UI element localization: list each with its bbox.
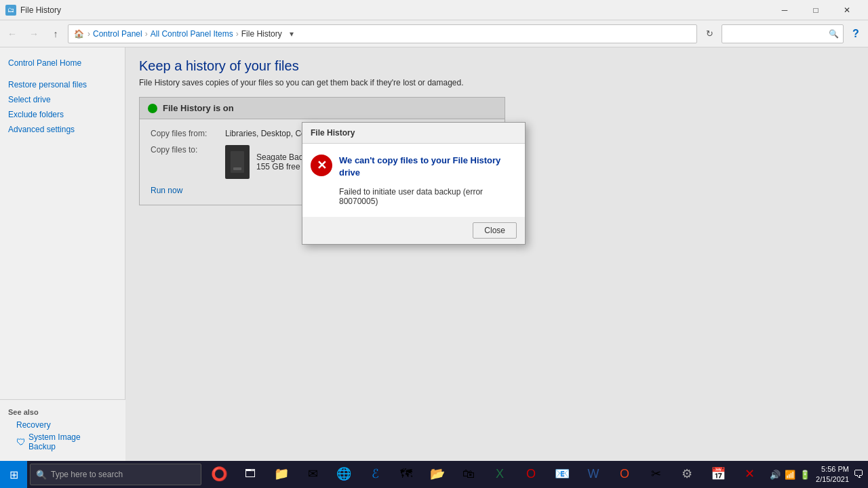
- taskbar: ⊞ 🔍 Type here to search ⭕ 🗔 📁 ✉ 🌐 ℰ 🗺 📂 …: [0, 461, 868, 488]
- dialog-footer: Close: [302, 217, 525, 244]
- search-icon: 🔍: [829, 29, 839, 39]
- system-image-backup-label: System Image Backup: [28, 432, 109, 451]
- taskbar-app-word[interactable]: W: [578, 461, 608, 488]
- clock-time: 5:56 PM: [816, 464, 849, 474]
- start-button[interactable]: ⊞: [0, 461, 27, 488]
- refresh-button[interactable]: ↻: [700, 24, 719, 43]
- up-button[interactable]: ↑: [46, 24, 65, 43]
- taskbar-search-icon: 🔍: [36, 470, 47, 480]
- main-layout: Control Panel Home Restore personal file…: [0, 47, 868, 461]
- sidebar-link-recovery[interactable]: Recovery: [8, 419, 117, 431]
- recovery-label: Recovery: [16, 420, 51, 430]
- taskbar-app-mail2[interactable]: 📧: [547, 461, 577, 488]
- error-icon: ✕: [311, 155, 332, 176]
- taskbar-search-box[interactable]: 🔍 Type here to search: [30, 464, 201, 485]
- search-box[interactable]: 🔍: [722, 24, 844, 43]
- sidebar-item-control-panel-home[interactable]: Control Panel Home: [0, 56, 125, 70]
- address-bar: ← → ↑ 🏠 › Control Panel › All Control Pa…: [0, 20, 868, 47]
- taskbar-app-chrome[interactable]: 🌐: [329, 461, 359, 488]
- taskbar-app-excel[interactable]: X: [485, 461, 515, 488]
- sidebar-item-restore-personal-files[interactable]: Restore personal files: [0, 77, 125, 92]
- dialog-message-title: We can't copy files to your File History…: [339, 155, 517, 179]
- taskbar-app-cortana[interactable]: ⭕: [204, 461, 234, 488]
- window-title: File History: [20, 5, 61, 15]
- system-tray: 🔊 📶 🔋: [764, 470, 816, 480]
- dialog-title: File History: [311, 128, 355, 138]
- maximize-button[interactable]: □: [800, 0, 831, 20]
- window-icon: 🗂: [5, 5, 16, 16]
- taskbar-app-edge[interactable]: 📁: [267, 461, 296, 488]
- tray-icon-3[interactable]: 🔋: [800, 470, 810, 480]
- title-bar-controls: ─ □ ✕: [769, 0, 863, 20]
- dialog-body: ✕ We can't copy files to your File Histo…: [302, 144, 525, 217]
- dialog-message-detail: Failed to initiate user data backup (err…: [311, 187, 517, 206]
- title-bar-left: 🗂 File History: [5, 5, 61, 16]
- minimize-button[interactable]: ─: [769, 0, 800, 20]
- taskbar-search-text: Type here to search: [51, 470, 123, 479]
- taskbar-app-edge2[interactable]: ℰ: [360, 461, 390, 488]
- tray-icon-1[interactable]: 🔊: [770, 470, 781, 480]
- dialog-overlay: File History ✕ We can't copy files to yo…: [125, 47, 868, 461]
- taskbar-app-email[interactable]: ✉: [298, 461, 328, 488]
- content-area: Keep a history of your files File Histor…: [125, 47, 868, 461]
- taskbar-app-opera[interactable]: O: [516, 461, 546, 488]
- shield-icon: 🛡: [16, 436, 26, 447]
- see-also-label: See also: [8, 408, 117, 416]
- sidebar-link-system-image-backup[interactable]: 🛡 System Image Backup: [8, 431, 117, 453]
- taskbar-app-xsplit[interactable]: ✕: [734, 461, 764, 488]
- sidebar-item-select-drive[interactable]: Select drive: [0, 92, 125, 107]
- dialog-main: ✕ We can't copy files to your File Histo…: [311, 155, 517, 179]
- taskbar-app-settings[interactable]: ⚙: [672, 461, 702, 488]
- taskbar-app-snip[interactable]: ✂: [641, 461, 671, 488]
- notification-icon[interactable]: 🗨: [849, 468, 868, 481]
- system-clock[interactable]: 5:56 PM 2/15/2021: [816, 464, 849, 485]
- title-bar: 🗂 File History ─ □ ✕: [0, 0, 868, 20]
- dialog-close-button[interactable]: Close: [473, 222, 517, 239]
- home-icon[interactable]: 🏠: [73, 28, 85, 40]
- breadcrumb-current: File History: [241, 29, 282, 39]
- sidebar-item-advanced-settings[interactable]: Advanced settings: [0, 122, 125, 137]
- taskbar-app-taskview[interactable]: 🗔: [235, 461, 265, 488]
- breadcrumb-control-panel[interactable]: Control Panel: [93, 29, 142, 39]
- taskbar-app-folder[interactable]: 📂: [422, 461, 452, 488]
- taskbar-app-outlook[interactable]: 📅: [703, 461, 733, 488]
- help-button[interactable]: ?: [846, 24, 865, 43]
- error-dialog: File History ✕ We can't copy files to yo…: [302, 122, 526, 245]
- tray-icon-2[interactable]: 📶: [785, 470, 795, 480]
- forward-button[interactable]: →: [24, 24, 43, 43]
- breadcrumb-bar: 🏠 › Control Panel › All Control Panel It…: [68, 24, 697, 43]
- back-button[interactable]: ←: [3, 24, 22, 43]
- close-button[interactable]: ✕: [831, 0, 863, 20]
- taskbar-app-store[interactable]: 🛍: [454, 461, 484, 488]
- taskbar-apps: ⭕ 🗔 📁 ✉ 🌐 ℰ 🗺 📂 🛍 X O 📧 W O ✂ ⚙ 📅 ✕: [204, 461, 764, 488]
- clock-date: 2/15/2021: [816, 474, 849, 485]
- see-also-area: See also Recovery 🛡 System Image Backup: [0, 399, 125, 461]
- taskbar-app-maps[interactable]: 🗺: [391, 461, 421, 488]
- taskbar-app-office[interactable]: O: [610, 461, 639, 488]
- dialog-title-bar: File History: [302, 123, 525, 144]
- sidebar-item-exclude-folders[interactable]: Exclude folders: [0, 107, 125, 122]
- breadcrumb-all-items[interactable]: All Control Panel Items: [151, 29, 233, 39]
- breadcrumb-dropdown[interactable]: ▾: [285, 24, 298, 43]
